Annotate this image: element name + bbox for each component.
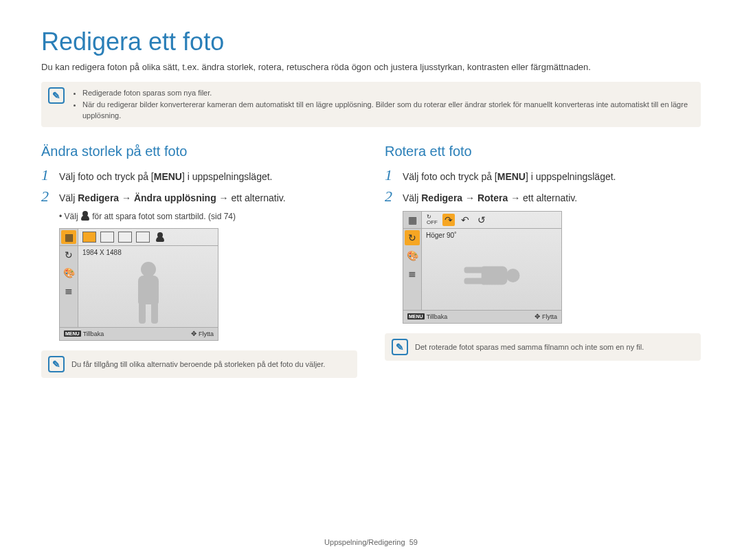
bottom-note-rotate: ✎ Det roterade fotot sparas med samma fi… (385, 333, 701, 361)
step-bold: Redigera (421, 192, 462, 203)
step-text: ] i uppspelningsläget. (526, 171, 616, 182)
step-number: 2 (41, 189, 54, 204)
thumbnail-option (118, 232, 132, 243)
substep: Välj för att spara fotot som startbild. … (59, 211, 357, 221)
section-heading-rotate: Rotera ett foto (385, 144, 701, 159)
step-text: → ett alternativ. (216, 192, 286, 203)
move-icon: ✥ (535, 313, 540, 320)
side-tab-color-icon: 🎨 (61, 265, 76, 280)
camera-screen-rotate: ▦ ↻OFF ↷ ↶ ↺ ↻ 🎨 ≣ (403, 211, 562, 324)
note-text: Du får tillgång till olika alternativ be… (71, 360, 325, 368)
move-label: Flytta (199, 331, 214, 337)
page-title: Redigera ett foto (41, 27, 701, 56)
top-note-list: Redigerade foton sparas som nya filer. N… (71, 87, 694, 122)
step-arrow: → (119, 192, 134, 203)
side-tab-rotate-icon: ↻ (405, 230, 420, 245)
back-label: Tillbaka (427, 313, 448, 320)
top-note-box: ✎ Redigerade foton sparas som nya filer.… (41, 82, 701, 127)
step-1: 1 Välj foto och tryck på [MENU] i uppspe… (41, 168, 357, 184)
page-intro: Du kan redigera foton på olika sätt, t.e… (41, 62, 701, 72)
rotation-label: Höger 90˚ (422, 229, 561, 242)
step-number: 1 (41, 168, 54, 183)
rotate-off-icon: ↻OFF (426, 214, 438, 226)
step-text: Välj foto och tryck på [ (403, 171, 497, 182)
note-icon: ✎ (48, 356, 65, 372)
note-icon: ✎ (392, 339, 408, 355)
move-label: Flytta (542, 313, 557, 320)
step-text: ] i uppspelningsläget. (182, 171, 273, 182)
silhouette-icon (128, 262, 169, 324)
note-text: Det roterade fotot sparas med samma filn… (415, 343, 644, 351)
rotate-toolbar: ↻OFF ↷ ↶ ↺ (422, 212, 561, 228)
step-bold: Rotera (477, 192, 508, 203)
camera-screen-resize: ▦ ↻ 🎨 ≣ (59, 228, 218, 341)
preview-area (422, 242, 561, 310)
step-number: 2 (385, 189, 397, 204)
side-tab-rotate-icon: ↻ (61, 247, 76, 262)
footer-page-number: 59 (409, 538, 418, 546)
step-text: Välj foto och tryck på [ (59, 171, 154, 182)
side-tab-color-icon: 🎨 (405, 248, 420, 263)
step-2: 2 Välj Redigera → Ändra upplösning → ett… (41, 189, 357, 205)
side-tab-resize-icon: ▦ (405, 213, 420, 227)
top-note-item: När du redigerar bilder konvertererar ka… (82, 99, 694, 122)
step-1: 1 Välj foto och tryck på [MENU] i uppspe… (385, 168, 701, 184)
rotate-180-icon: ↺ (475, 214, 488, 226)
move-icon: ✥ (191, 330, 196, 337)
page-footer: Uppspelning/Redigering 59 (0, 538, 742, 546)
resolution-label: 1984 X 1488 (78, 246, 218, 259)
silhouette-rotated-icon (464, 257, 519, 294)
step-text: Välj (403, 192, 421, 203)
column-rotate: Rotera ett foto 1 Välj foto och tryck på… (385, 144, 701, 378)
rotate-left-icon: ↶ (459, 214, 471, 226)
step-text: → ett alternativ. (508, 192, 577, 203)
thumbnail-option (136, 232, 150, 243)
menu-badge-icon: MENU (407, 313, 425, 320)
substep-text: för att spara fotot som startbild. (sid … (90, 212, 236, 221)
menu-badge-icon: MENU (64, 331, 81, 337)
step-bold: Ändra upplösning (134, 192, 216, 203)
side-tab-adjust-icon: ≣ (61, 283, 76, 298)
column-resize: Ändra storlek på ett foto 1 Välj foto oc… (41, 144, 357, 378)
resolution-toolbar (78, 229, 218, 245)
step-arrow: → (462, 192, 477, 203)
step-2: 2 Välj Redigera → Rotera → ett alternati… (385, 189, 701, 205)
person-icon (155, 232, 165, 242)
thumbnail-option (100, 232, 114, 243)
bottom-note-resize: ✎ Du får tillgång till olika alternativ … (41, 350, 357, 378)
step-number: 1 (385, 168, 397, 183)
step-text: Välj (59, 192, 78, 203)
step-bold: Redigera (78, 192, 119, 203)
footer-section: Uppspelning/Redigering (324, 538, 405, 546)
note-icon: ✎ (48, 87, 65, 104)
thumbnail-option (82, 232, 96, 243)
side-tab-resize-icon: ▦ (61, 230, 76, 244)
top-note-item: Redigerade foton sparas som nya filer. (82, 87, 694, 99)
preview-area (78, 259, 218, 327)
person-icon (80, 211, 90, 221)
rotate-right-icon: ↷ (442, 214, 455, 226)
section-heading-resize: Ändra storlek på ett foto (41, 144, 357, 159)
menu-key: MENU (497, 171, 526, 182)
menu-key: MENU (154, 171, 182, 182)
substep-text: Välj (65, 212, 80, 221)
back-label: Tillbaka (83, 331, 104, 337)
side-tab-adjust-icon: ≣ (405, 266, 420, 281)
